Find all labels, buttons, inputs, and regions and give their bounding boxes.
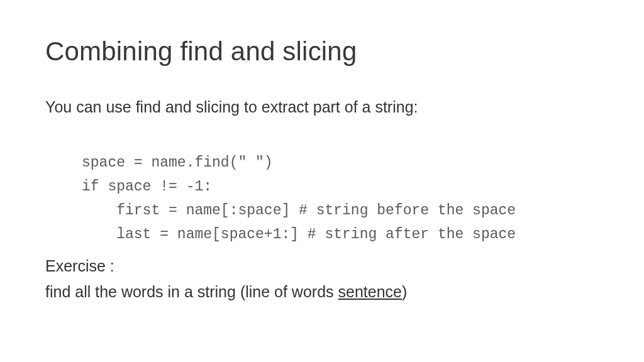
intro-text: You can use find and slicing to extract … [45,98,599,116]
exercise-underlined: sentence [338,283,402,300]
exercise-prefix: find all the words in a string (line of … [45,283,338,300]
code-line-4: last = name[space+1:] # string after the… [82,226,516,243]
code-line-1: space = name.find(" ") [82,155,273,171]
exercise-suffix: ) [402,283,407,300]
code-line-2: if space != -1: [82,178,212,195]
code-block: space = name.find(" ") if space != -1: f… [82,128,599,247]
code-line-3: first = name[:space] # string before the… [82,202,516,219]
slide-title: Combining find and slicing [45,36,599,67]
exercise-text: find all the words in a string (line of … [45,283,599,301]
exercise-label: Exercise : [45,257,599,275]
